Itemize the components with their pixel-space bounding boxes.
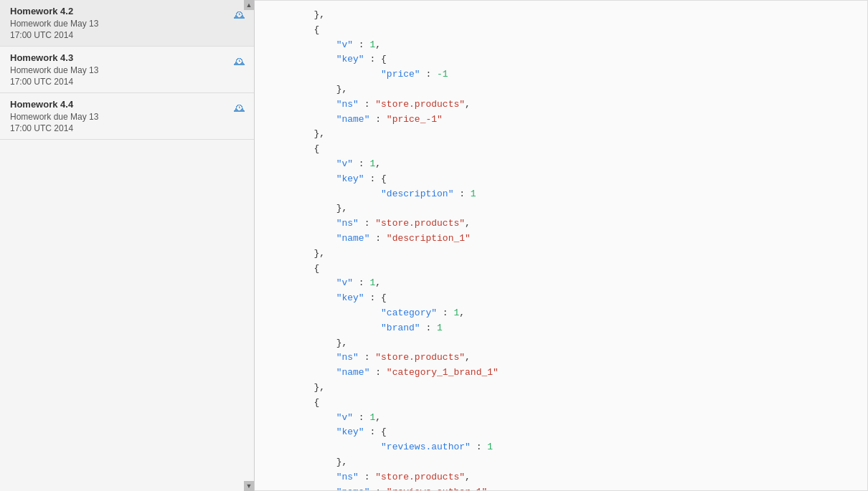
hw-item-title: Homework 4.4 — [10, 99, 230, 110]
sidebar: Homework 4.2 Homework due May 13 17:00 U… — [0, 0, 255, 491]
list-item[interactable]: Homework 4.3 Homework due May 13 17:00 U… — [0, 47, 254, 93]
hw-item-content: Homework 4.3 Homework due May 13 17:00 U… — [10, 52, 230, 87]
alarm-icon: 🕰 — [234, 102, 245, 115]
hw-item-due: Homework due May 13 — [10, 112, 230, 122]
hw-item-content: Homework 4.4 Homework due May 13 17:00 U… — [10, 99, 230, 133]
hw-item-title: Homework 4.2 — [10, 6, 230, 16]
hw-item-title: Homework 4.3 — [10, 52, 230, 63]
alarm-icon: 🕰 — [234, 55, 245, 68]
hw-item-content: Homework 4.2 Homework due May 13 17:00 U… — [10, 6, 230, 40]
json-viewer[interactable]: }, { "v" : 1, "key" : { "price" : -1 }, … — [255, 0, 868, 491]
sidebar-scroll[interactable]: Homework 4.2 Homework due May 13 17:00 U… — [0, 0, 254, 491]
scroll-up-arrow[interactable]: ▲ — [244, 0, 254, 10]
alarm-icon: 🕰 — [234, 9, 245, 22]
list-item[interactable]: Homework 4.4 Homework due May 13 17:00 U… — [0, 93, 254, 140]
hw-item-date: 17:00 UTC 2014 — [10, 77, 230, 87]
hw-item-due: Homework due May 13 — [10, 19, 230, 29]
hw-item-date: 17:00 UTC 2014 — [10, 30, 230, 40]
scroll-down-arrow[interactable]: ▼ — [244, 481, 254, 491]
hw-item-due: Homework due May 13 — [10, 65, 230, 75]
json-content: }, { "v" : 1, "key" : { "price" : -1 }, … — [255, 1, 867, 491]
list-item[interactable]: Homework 4.2 Homework due May 13 17:00 U… — [0, 0, 254, 47]
hw-item-date: 17:00 UTC 2014 — [10, 123, 230, 133]
